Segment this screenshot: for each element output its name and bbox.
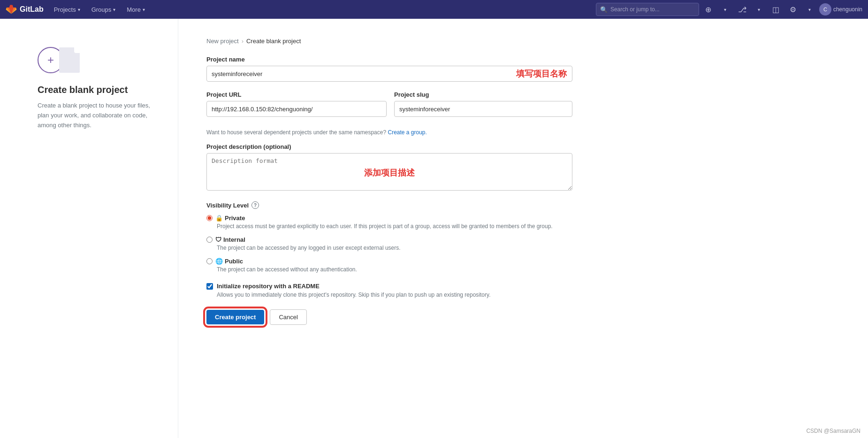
- project-name-wrapper: 填写项目名称: [206, 66, 572, 82]
- project-slug-label: Project slug: [394, 91, 572, 98]
- search-box[interactable]: 🔍 Search or jump to...: [596, 3, 699, 16]
- watermark: CSDN @SamsaraGN: [806, 428, 860, 434]
- radio-row-private: 🔒 Private: [206, 215, 572, 222]
- visibility-help-icon[interactable]: ?: [251, 201, 259, 209]
- user-name[interactable]: chenguonin: [833, 6, 862, 13]
- breadcrumb-separator: ›: [242, 38, 244, 45]
- project-name-group: Project name 填写项目名称: [206, 56, 572, 82]
- breadcrumb-parent[interactable]: New project: [206, 38, 239, 45]
- brand-name: GitLab: [20, 5, 44, 14]
- new-item-button[interactable]: ⊕: [701, 2, 716, 17]
- nav-projects[interactable]: Projects ▾: [49, 0, 85, 19]
- radio-option-private: 🔒 Private Project access must be granted…: [206, 215, 572, 231]
- project-icon-area: +: [38, 47, 159, 73]
- namespace-help-text: Want to house several dependent projects…: [206, 129, 386, 136]
- issues-icon[interactable]: ◫: [769, 2, 784, 17]
- breadcrumb-current: Create blank project: [246, 38, 301, 45]
- readme-description: Allows you to immediately clone this pro…: [217, 292, 572, 298]
- action-buttons: Create project Cancel: [206, 309, 572, 325]
- search-icon: 🔍: [600, 6, 608, 13]
- visibility-internal-label[interactable]: 🛡 Internal: [215, 236, 245, 243]
- radio-option-internal: 🛡 Internal The project can be accessed b…: [206, 236, 572, 252]
- left-panel-title: Create blank project: [38, 85, 159, 95]
- description-wrapper: 添加项目描述: [206, 153, 572, 192]
- project-url-label: Project URL: [206, 91, 387, 98]
- readme-checkbox[interactable]: [206, 283, 213, 290]
- visibility-internal-description: The project can be accessed by any logge…: [217, 244, 572, 252]
- breadcrumb: New project › Create blank project: [206, 38, 572, 45]
- create-group-link[interactable]: Create a group.: [388, 129, 426, 136]
- radio-row-public: 🌐 Public: [206, 258, 572, 265]
- description-input[interactable]: [206, 153, 572, 191]
- projects-chevron-icon: ▾: [78, 7, 80, 12]
- visibility-private-description: Project access must be granted explicitl…: [217, 223, 572, 231]
- nav-more[interactable]: More ▾: [122, 0, 150, 19]
- right-panel: New project › Create blank project Proje…: [178, 19, 601, 438]
- groups-chevron-icon: ▾: [113, 7, 115, 12]
- project-url-input[interactable]: [206, 101, 387, 117]
- nav-groups[interactable]: Groups ▾: [87, 0, 121, 19]
- visibility-public-label[interactable]: 🌐 Public: [215, 258, 243, 265]
- visibility-internal-radio[interactable]: [206, 237, 213, 243]
- brand[interactable]: GitLab: [6, 4, 44, 15]
- visibility-private-label[interactable]: 🔒 Private: [215, 215, 245, 222]
- url-slug-row: Project URL Project slug: [206, 91, 572, 126]
- description-group: Project description (optional) 添加项目描述: [206, 143, 572, 192]
- description-label: Project description (optional): [206, 143, 572, 150]
- visibility-public-description: The project can be accessed without any …: [217, 266, 572, 274]
- visibility-label: Visibility Level ?: [206, 201, 572, 209]
- more-chevron-icon: ▾: [143, 7, 145, 12]
- navbar-right: 🔍 Search or jump to... ⊕ ▾ ⎇ ▾ ◫ ⚙ ▾ C c…: [596, 2, 862, 17]
- visibility-public-radio[interactable]: [206, 258, 213, 264]
- radio-row-internal: 🛡 Internal: [206, 236, 572, 243]
- create-project-form: Project name 填写项目名称 Project URL Project …: [206, 56, 572, 325]
- readme-checkbox-row: Initialize repository with a README: [206, 283, 572, 290]
- settings-icon[interactable]: ⚙: [785, 2, 800, 17]
- globe-icon: 🌐: [215, 258, 223, 265]
- readme-label[interactable]: Initialize repository with a README: [217, 283, 320, 290]
- navbar: GitLab Projects ▾ Groups ▾ More ▾ 🔍 Sear…: [0, 0, 868, 19]
- lock-icon: 🔒: [215, 215, 223, 222]
- visibility-group: Visibility Level ? 🔒 Private Project acc…: [206, 201, 572, 273]
- left-panel-description: Create a blank project to house your fil…: [38, 101, 159, 130]
- merge-request-icon[interactable]: ⎇: [735, 2, 750, 17]
- main-wrapper: + Create blank project Create a blank pr…: [0, 19, 868, 438]
- merge-chevron-icon[interactable]: ▾: [752, 2, 767, 17]
- settings-chevron-icon[interactable]: ▾: [802, 2, 817, 17]
- project-name-label: Project name: [206, 56, 572, 63]
- project-url-group: Project URL: [206, 91, 387, 117]
- plus-chevron-icon[interactable]: ▾: [718, 2, 733, 17]
- gitlab-logo-icon: [6, 4, 17, 15]
- project-name-input[interactable]: [206, 66, 572, 82]
- readme-group: Initialize repository with a README Allo…: [206, 283, 572, 298]
- create-project-button[interactable]: Create project: [206, 310, 264, 324]
- shield-icon: 🛡: [215, 236, 221, 243]
- avatar[interactable]: C: [819, 3, 831, 15]
- visibility-private-radio[interactable]: [206, 215, 213, 221]
- project-doc-icon: [59, 47, 80, 73]
- radio-option-public: 🌐 Public The project can be accessed wit…: [206, 258, 572, 274]
- namespace-help: Want to house several dependent projects…: [206, 129, 572, 136]
- project-slug-input[interactable]: [394, 101, 572, 117]
- project-slug-group: Project slug: [394, 91, 572, 117]
- cancel-button[interactable]: Cancel: [270, 309, 306, 325]
- left-panel: + Create blank project Create a blank pr…: [0, 19, 178, 438]
